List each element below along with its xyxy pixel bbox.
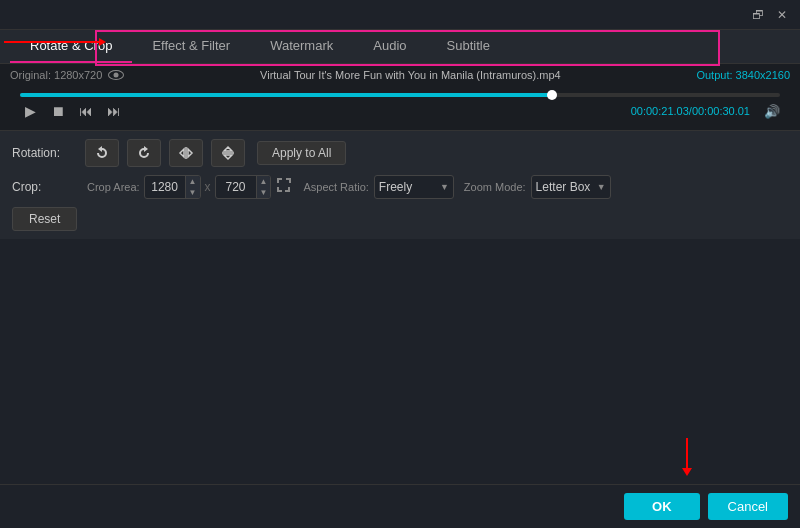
tab-rotate-crop[interactable]: Rotate & Crop <box>10 30 132 63</box>
close-button[interactable]: ✕ <box>774 7 790 23</box>
stop-button[interactable]: ⏹ <box>48 101 68 121</box>
crop-label: Crop: <box>12 180 77 194</box>
x-separator: x <box>205 180 211 194</box>
controls-panel: Rotation: Apply to All Crop: Crop Area: <box>0 130 800 239</box>
cancel-button[interactable]: Cancel <box>708 493 788 520</box>
preview-area: Original: 1280x720 Virtual Tour It's Mor… <box>0 64 800 130</box>
progress-handle[interactable] <box>547 90 557 100</box>
ok-button[interactable]: OK <box>624 493 700 520</box>
apply-all-button[interactable]: Apply to All <box>257 141 346 165</box>
output-label: Output: 3840x2160 <box>696 69 790 81</box>
tab-audio[interactable]: Audio <box>353 30 426 63</box>
zoom-mode-arrow: ▼ <box>597 182 606 192</box>
bottom-bar: OK Cancel <box>0 484 800 528</box>
play-button[interactable]: ▶ <box>20 101 40 121</box>
height-decrement[interactable]: ▼ <box>257 187 271 198</box>
eye-icon[interactable] <box>108 70 124 80</box>
crop-area-group: Crop Area: 1280 ▲ ▼ x 720 ▲ ▼ <box>87 175 293 199</box>
ok-arrow-indicator <box>682 438 692 476</box>
original-label: Original: 1280x720 <box>10 69 102 81</box>
current-time: 00:00:21.03 <box>631 105 689 117</box>
timeline: ▶ ⏹ ⏮ ⏭ 00:00:21.03/00:00:30.01 🔊 <box>10 85 790 125</box>
spinner-arrows-width: ▲ ▼ <box>185 176 200 198</box>
zoom-mode-label: Zoom Mode: <box>464 181 526 193</box>
ok-arrow-line <box>686 438 688 468</box>
reset-row: Reset <box>12 207 788 231</box>
zoom-mode-value: Letter Box <box>536 180 591 194</box>
crop-height-input[interactable]: 720 ▲ ▼ <box>215 175 272 199</box>
original-info: Original: 1280x720 <box>10 69 124 81</box>
expand-icon[interactable] <box>275 176 293 198</box>
tab-watermark[interactable]: Watermark <box>250 30 353 63</box>
preview-info-bar: Original: 1280x720 Virtual Tour It's Mor… <box>10 69 790 81</box>
tab-bar: Rotate & Crop Effect & Filter Watermark … <box>0 30 800 64</box>
progress-bar[interactable] <box>20 93 780 97</box>
flip-vertical-button[interactable] <box>211 139 245 167</box>
zoom-mode-group: Zoom Mode: Letter Box ▼ <box>464 175 611 199</box>
total-time: 00:00:30.01 <box>692 105 750 117</box>
minimize-button[interactable]: 🗗 <box>750 7 766 23</box>
progress-filled <box>20 93 552 97</box>
reset-button[interactable]: Reset <box>12 207 77 231</box>
aspect-ratio-select[interactable]: Freely ▼ <box>374 175 454 199</box>
prev-frame-button[interactable]: ⏮ <box>76 101 96 121</box>
zoom-mode-select[interactable]: Letter Box ▼ <box>531 175 611 199</box>
volume-icon[interactable]: 🔊 <box>764 104 780 119</box>
ok-arrow-head <box>682 468 692 476</box>
rotation-label: Rotation: <box>12 146 77 160</box>
crop-width-input[interactable]: 1280 ▲ ▼ <box>144 175 201 199</box>
next-frame-button[interactable]: ⏭ <box>104 101 124 121</box>
tab-effect-filter[interactable]: Effect & Filter <box>132 30 250 63</box>
crop-row: Crop: Crop Area: 1280 ▲ ▼ x 720 ▲ ▼ <box>12 175 788 199</box>
width-increment[interactable]: ▲ <box>186 176 200 187</box>
crop-width-value: 1280 <box>145 180 185 194</box>
flip-horizontal-button[interactable] <box>169 139 203 167</box>
filename-label: Virtual Tour It's More Fun with You in M… <box>124 69 696 81</box>
aspect-ratio-value: Freely <box>379 180 412 194</box>
aspect-ratio-arrow: ▼ <box>440 182 449 192</box>
rotation-row: Rotation: Apply to All <box>12 139 788 167</box>
title-bar-controls: 🗗 ✕ <box>750 7 790 23</box>
spinner-arrows-height: ▲ ▼ <box>256 176 271 198</box>
rotate-right-button[interactable] <box>127 139 161 167</box>
playback-controls: ▶ ⏹ ⏮ ⏭ 00:00:21.03/00:00:30.01 🔊 <box>20 101 780 121</box>
time-display: 00:00:21.03/00:00:30.01 <box>631 105 750 117</box>
width-decrement[interactable]: ▼ <box>186 187 200 198</box>
aspect-ratio-label: Aspect Ratio: <box>303 181 368 193</box>
crop-height-value: 720 <box>216 180 256 194</box>
aspect-ratio-group: Aspect Ratio: Freely ▼ <box>303 175 453 199</box>
rotate-left-button[interactable] <box>85 139 119 167</box>
height-increment[interactable]: ▲ <box>257 176 271 187</box>
crop-area-label: Crop Area: <box>87 181 140 193</box>
tab-subtitle[interactable]: Subtitle <box>427 30 510 63</box>
title-bar: 🗗 ✕ <box>0 0 800 30</box>
